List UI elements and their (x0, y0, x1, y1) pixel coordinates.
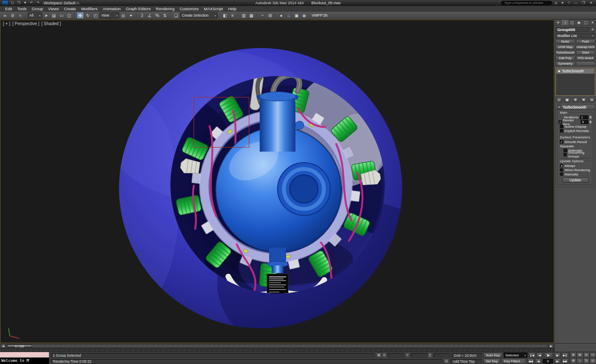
tab-hierarchy[interactable]: ◫ (568, 20, 575, 25)
smooth-result-checkbox[interactable]: ✓ (560, 140, 563, 143)
modifier-stack[interactable]: TurboSmooth (556, 68, 595, 96)
next-key-button[interactable]: ▶▶ (562, 358, 568, 364)
rendered-frame-window-icon[interactable]: ▣ (293, 12, 300, 19)
help-icon[interactable]: ? (566, 1, 571, 5)
zoom-all-icon[interactable]: ⊞ (576, 352, 583, 358)
time-slider[interactable]: ◀ 0 / 100 ▶ (0, 344, 554, 348)
sign-in-icon[interactable]: ◎ (553, 1, 559, 5)
use-pivot-center-icon[interactable]: ◎ (120, 12, 127, 19)
viewport-pov-menu[interactable]: [ Perspective ] (12, 21, 39, 26)
schematic-view-icon[interactable]: ⊞ (266, 12, 274, 19)
materials-checkbox[interactable] (564, 149, 567, 152)
next-frame-icon[interactable]: ▶ (549, 344, 553, 348)
menu-views[interactable]: Views (46, 6, 61, 11)
object-name-field[interactable]: Group005 (556, 27, 589, 32)
open-file-button[interactable]: ❒ (16, 0, 21, 5)
menu-edit[interactable]: Edit (3, 6, 14, 11)
spinner-arrows[interactable] (589, 120, 592, 123)
favorites-icon[interactable]: ★ (560, 1, 565, 5)
menu-rendering[interactable]: Rendering (153, 6, 177, 11)
time-slider-track[interactable]: 0 / 100 (6, 344, 548, 348)
render-setup-icon[interactable]: ♨ (285, 12, 292, 19)
menu-tools[interactable]: Tools (14, 6, 29, 11)
modifier-button-editpoly[interactable]: Edit Poly (556, 56, 575, 60)
tab-display[interactable]: ▢ (582, 20, 589, 25)
menu-group[interactable]: Group (29, 6, 46, 11)
go-to-end-button[interactable]: ▶❙ (562, 353, 568, 358)
next-frame-button[interactable]: ▶ (554, 353, 561, 358)
clock-icon[interactable]: ◷ (444, 358, 449, 364)
modifier-button-unwrap[interactable]: Unwrap UVW (576, 45, 596, 49)
time-slider-thumb[interactable]: 0 / 100 (7, 344, 32, 347)
infocenter-search-input[interactable] (501, 1, 552, 5)
zoom-extents-icon[interactable]: ◎ (583, 352, 590, 358)
tab-modify[interactable]: ◑ (562, 20, 568, 25)
select-by-name-icon[interactable]: ▤ (50, 12, 57, 19)
macro-recorder-pane[interactable] (0, 352, 49, 358)
x-coordinate-field[interactable] (387, 353, 404, 358)
modifier-button-noise[interactable]: Noise (556, 39, 575, 44)
spinner-arrows[interactable] (589, 116, 592, 119)
pan-icon[interactable]: ✜ (570, 358, 576, 364)
render-iters-checkbox[interactable]: ✓ (559, 120, 562, 124)
play-animation-button[interactable]: ▶ (544, 353, 553, 358)
undo-button[interactable]: ↶ (29, 0, 34, 5)
maximize-button[interactable]: ❐ (580, 1, 587, 5)
previous-frame-icon[interactable]: ◀ (1, 344, 6, 348)
modifier-button-push[interactable]: Push (576, 39, 596, 44)
menu-graph-editors[interactable]: Graph Editors (123, 6, 153, 11)
viewport-general-menu[interactable]: [ + ] (3, 21, 10, 26)
render-iters-spinner[interactable]: 3 (581, 120, 588, 124)
menu-customize[interactable]: Customize (177, 6, 201, 11)
tab-utilities[interactable]: ✶ (589, 20, 596, 25)
always-radio[interactable] (560, 164, 563, 167)
select-and-move-icon[interactable]: ✜ (77, 12, 84, 19)
previous-key-button[interactable]: ◀◀ (527, 358, 534, 364)
selection-filter-dropdown[interactable]: All ▾ (28, 12, 42, 18)
remove-modifier-icon[interactable]: ✖ (581, 97, 587, 102)
z-coordinate-field[interactable] (433, 353, 450, 358)
snaps-toggle-icon[interactable]: 3 (138, 12, 146, 19)
maximize-viewport-icon[interactable]: ⊡ (590, 358, 596, 364)
previous-frame-button[interactable]: ◀ (536, 353, 543, 358)
select-object-icon[interactable]: ➤ (43, 12, 50, 19)
modifier-on-icon[interactable] (558, 70, 561, 73)
bind-to-space-warp-icon[interactable]: ≈ (17, 12, 24, 19)
smoothing-groups-checkbox[interactable] (564, 153, 567, 156)
pin-stack-icon[interactable]: ◎ (556, 97, 562, 102)
render-production-icon[interactable]: ◉ (301, 12, 308, 19)
zoom-icon[interactable]: ⊕ (570, 352, 576, 358)
menu-help[interactable]: Help (226, 6, 239, 11)
when-rendering-radio[interactable] (560, 168, 563, 172)
update-button[interactable]: Update (562, 178, 589, 183)
object-color-dropdown[interactable]: ▾ (590, 27, 595, 32)
tab-create[interactable]: ✛ (555, 20, 562, 25)
viewport-shading-menu[interactable]: [ Shaded ] (41, 21, 61, 26)
angle-snap-icon[interactable]: ∠ (146, 12, 153, 19)
close-button[interactable]: ✕ (588, 1, 594, 5)
y-coordinate-field[interactable] (410, 353, 427, 358)
current-frame-field[interactable]: 0 (543, 359, 553, 364)
listener-output[interactable]: Welcome to M (0, 358, 49, 364)
new-scene-button[interactable]: ▢ (10, 0, 15, 5)
orbit-icon[interactable]: ↻ (583, 358, 590, 364)
perspective-viewport[interactable]: [ + ] [ Perspective ] [ Shaded ] (0, 20, 554, 343)
rollout-header[interactable]: − TurboSmooth (556, 105, 595, 110)
select-and-rotate-icon[interactable]: ↻ (84, 12, 92, 19)
unlink-selection-icon[interactable]: ⊘ (9, 12, 16, 19)
selection-lock-icon[interactable]: ⊠ (376, 353, 381, 358)
named-selection-sets-dropdown[interactable]: Create Selection ▾ (180, 12, 218, 18)
redo-button[interactable]: ↷ (35, 0, 40, 5)
selection-set-dropdown[interactable]: Selected ▾ (504, 353, 527, 358)
workspace-selector[interactable]: Workspace: Default ▾ (42, 0, 80, 5)
next-frame-small-button[interactable]: ▶ (554, 358, 561, 364)
add-time-tag[interactable]: Add Time Tag (450, 359, 482, 364)
application-menu-button[interactable] (2, 0, 9, 5)
menu-create[interactable]: Create (61, 6, 79, 11)
explicit-normals-checkbox[interactable] (560, 129, 563, 132)
menu-modifiers[interactable]: Modifiers (79, 6, 100, 11)
minimize-button[interactable]: — (573, 1, 579, 5)
percent-snap-icon[interactable]: % (154, 12, 161, 19)
iterations-spinner[interactable]: 1 (580, 115, 588, 119)
reference-coordinate-dropdown[interactable]: View ▾ (100, 12, 119, 18)
